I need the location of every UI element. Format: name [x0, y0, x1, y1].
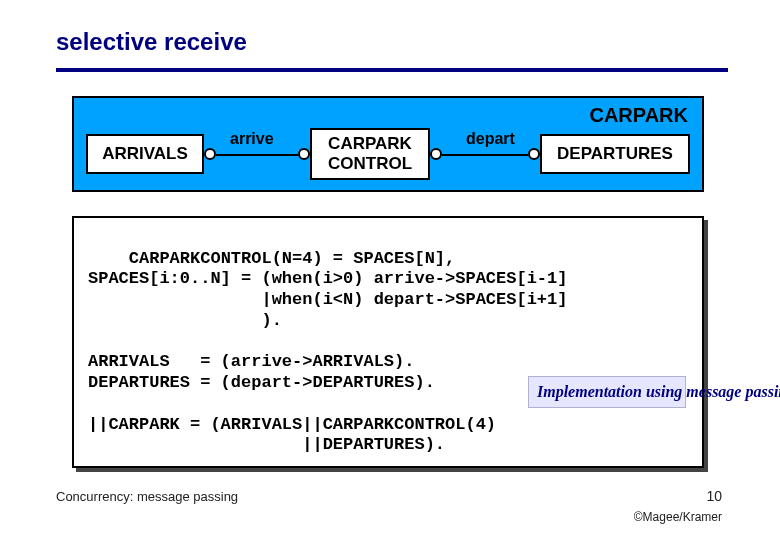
arrive-connection — [216, 154, 298, 156]
diagram-label: CARPARK — [589, 104, 688, 127]
control-box: CARPARK CONTROL — [310, 128, 430, 180]
departures-box: DEPARTURES — [540, 134, 690, 174]
arrive-label: arrive — [230, 130, 274, 148]
title-rule — [56, 68, 728, 72]
page-number: 10 — [706, 488, 722, 504]
depart-label: depart — [466, 130, 515, 148]
copyright: ©Magee/Kramer — [634, 510, 722, 524]
control-box-text: CARPARK CONTROL — [328, 134, 412, 174]
footer-left: Concurrency: message passing — [56, 489, 238, 504]
code-text: CARPARKCONTROL(N=4) = SPACES[N], SPACES[… — [88, 249, 567, 455]
depart-connection — [442, 154, 528, 156]
carpark-diagram: CARPARK ARRIVALS arrive CARPARK CONTROL … — [72, 96, 704, 192]
slide: selective receive CARPARK ARRIVALS arriv… — [0, 0, 780, 540]
code-box: CARPARKCONTROL(N=4) = SPACES[N], SPACES[… — [72, 216, 704, 468]
control-out-port — [430, 148, 442, 160]
arrivals-out-port — [204, 148, 216, 160]
arrivals-box: ARRIVALS — [86, 134, 204, 174]
slide-title: selective receive — [56, 28, 247, 56]
implementation-note: Implementation using message passing? — [528, 376, 686, 408]
control-in-port — [298, 148, 310, 160]
departures-in-port — [528, 148, 540, 160]
